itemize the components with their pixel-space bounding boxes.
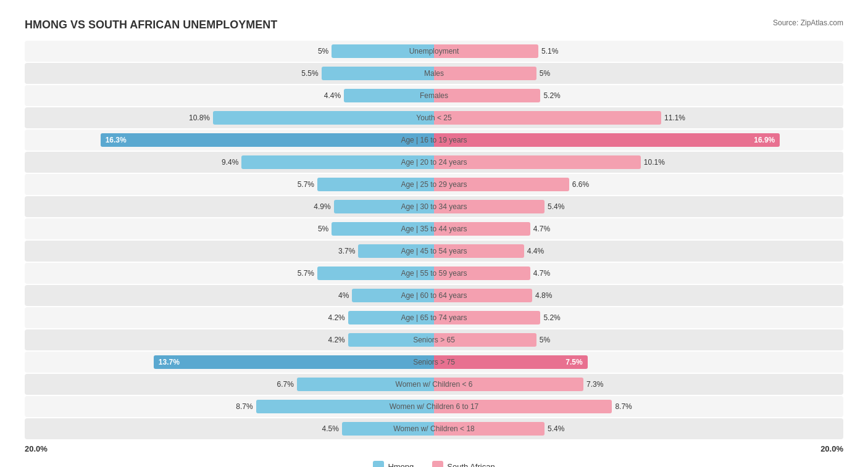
hmong-bar: 4.2%	[348, 333, 434, 347]
hmong-bar: 8.7%	[256, 400, 434, 413]
chart-row: 10.8%Youth < 2511.1%	[25, 107, 843, 128]
south-african-bar: 4.4%	[434, 244, 524, 258]
right-bar-container: 4.8%	[434, 285, 843, 306]
legend-hmong-label: Hmong	[388, 462, 414, 468]
left-bar-container: 5%	[25, 41, 434, 62]
hmong-value-label: 3.7%	[338, 247, 355, 255]
south-african-value-label: 11.1%	[664, 114, 685, 122]
chart-row: 9.4%Age | 20 to 24 years10.1%	[25, 152, 843, 173]
hmong-bar: 5.7%	[317, 178, 434, 191]
chart-row: 4.2%Age | 65 to 74 years5.2%	[25, 307, 843, 328]
south-african-value-label: 10.1%	[644, 158, 665, 167]
south-african-value-label: 16.9%	[754, 136, 775, 144]
south-african-bar: 8.7%	[434, 400, 612, 413]
hmong-value-label: 4.4%	[324, 91, 341, 100]
hmong-value-label: 13.7%	[159, 358, 180, 366]
chart-row: 6.7%Women w/ Children < 67.3%	[25, 374, 843, 395]
right-bar-container: 6.6%	[434, 174, 843, 195]
left-bar-container: 13.7%	[25, 352, 434, 373]
hmong-bar: 6.7%	[297, 378, 434, 391]
chart-container: HMONG VS SOUTH AFRICAN UNEMPLOYMENT Sour…	[12, 12, 856, 467]
hmong-bar: 4.2%	[348, 311, 434, 324]
south-african-value-label: 4.4%	[527, 247, 544, 255]
axis-right-label: 20.0%	[820, 444, 843, 453]
legend-hmong: Hmong	[373, 461, 414, 467]
south-african-bar: 4.8%	[434, 289, 532, 302]
right-bar-container: 11.1%	[434, 107, 843, 128]
hmong-value-label: 5.7%	[298, 180, 314, 189]
chart-row: 4.2%Seniors > 655%	[25, 329, 843, 350]
chart-row: 8.7%Women w/ Children 6 to 178.7%	[25, 396, 843, 417]
chart-row: 4.5%Women w/ Children < 185.4%	[25, 418, 843, 439]
axis-left-label: 20.0%	[25, 444, 48, 453]
hmong-bar: 4.5%	[342, 422, 434, 436]
right-bar-container: 5%	[434, 329, 843, 350]
south-african-value-label: 4.8%	[535, 291, 552, 300]
south-african-bar: 4.7%	[434, 222, 530, 236]
south-african-value-label: 5.4%	[548, 202, 564, 211]
hmong-value-label: 4.2%	[328, 313, 344, 322]
hmong-bar: 9.4%	[241, 155, 434, 169]
chart-area: 5%Unemployment5.1%5.5%Males5%4.4%Females…	[25, 41, 843, 439]
chart-title: HMONG VS SOUTH AFRICAN UNEMPLOYMENT	[25, 19, 277, 31]
legend-south-african-color	[432, 461, 443, 467]
hmong-value-label: 9.4%	[222, 158, 238, 167]
right-bar-container: 5.2%	[434, 85, 843, 106]
hmong-value-label: 5%	[318, 225, 328, 233]
left-bar-container: 8.7%	[25, 396, 434, 417]
hmong-value-label: 6.7%	[277, 380, 294, 389]
chart-row: 5.5%Males5%	[25, 63, 843, 84]
legend-south-african-label: South African	[447, 462, 495, 468]
left-bar-container: 5.7%	[25, 174, 434, 195]
hmong-value-label: 4.2%	[328, 336, 344, 344]
hmong-bar: 4%	[352, 289, 434, 302]
right-bar-container: 10.1%	[434, 152, 843, 173]
south-african-bar: 5.2%	[434, 311, 540, 324]
hmong-value-label: 5.7%	[298, 269, 314, 278]
south-african-value-label: 8.7%	[615, 402, 632, 411]
legend: Hmong South African	[25, 461, 843, 467]
chart-header: HMONG VS SOUTH AFRICAN UNEMPLOYMENT Sour…	[25, 19, 843, 31]
right-bar-container: 4.7%	[434, 263, 843, 284]
right-bar-container: 7.3%	[434, 374, 843, 395]
south-african-value-label: 5%	[540, 336, 550, 344]
hmong-value-label: 16.3%	[106, 136, 127, 144]
hmong-value-label: 4%	[338, 291, 349, 300]
south-african-value-label: 7.3%	[586, 380, 603, 389]
south-african-value-label: 5%	[540, 69, 550, 78]
right-bar-container: 5.2%	[434, 307, 843, 328]
chart-row: 4.4%Females5.2%	[25, 85, 843, 106]
left-bar-container: 4.2%	[25, 329, 434, 350]
south-african-bar: 6.6%	[434, 178, 569, 191]
south-african-value-label: 5.2%	[543, 91, 560, 100]
axis-left: 20.0%	[25, 444, 434, 453]
hmong-bar: 5%	[332, 44, 434, 58]
south-african-bar: 5.4%	[434, 200, 545, 213]
left-bar-container: 6.7%	[25, 374, 434, 395]
chart-row: 16.3%Age | 16 to 19 years16.9%	[25, 130, 843, 151]
south-african-bar: 7.5%	[434, 355, 588, 369]
left-bar-container: 5.5%	[25, 63, 434, 84]
south-african-value-label: 4.7%	[533, 225, 550, 233]
left-bar-container: 5.7%	[25, 263, 434, 284]
left-bar-container: 4.5%	[25, 418, 434, 439]
hmong-bar: 5%	[332, 222, 434, 236]
legend-south-african: South African	[432, 461, 495, 467]
hmong-value-label: 4.5%	[322, 424, 338, 433]
south-african-value-label: 4.7%	[533, 269, 550, 278]
left-bar-container: 3.7%	[25, 241, 434, 262]
south-african-value-label: 7.5%	[565, 358, 582, 366]
south-african-bar: 16.9%	[434, 133, 780, 147]
right-bar-container: 5.1%	[434, 41, 843, 62]
south-african-value-label: 5.4%	[548, 424, 564, 433]
chart-row: 5%Unemployment5.1%	[25, 41, 843, 62]
south-african-bar: 5.2%	[434, 89, 540, 102]
south-african-bar: 4.7%	[434, 267, 530, 280]
south-african-bar: 5.4%	[434, 422, 545, 436]
hmong-value-label: 4.9%	[314, 202, 330, 211]
hmong-value-label: 8.7%	[236, 402, 252, 411]
left-bar-container: 4%	[25, 285, 434, 306]
hmong-bar: 5.7%	[317, 267, 434, 280]
chart-source: Source: ZipAtlas.com	[773, 19, 843, 27]
chart-row: 5.7%Age | 25 to 29 years6.6%	[25, 174, 843, 195]
